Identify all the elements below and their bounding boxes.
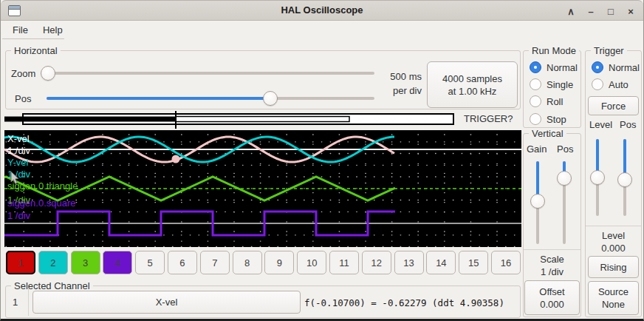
- trigger-mode-radio-normal[interactable]: [592, 61, 603, 73]
- run-mode-option-stop[interactable]: Stop: [530, 112, 566, 126]
- edge-button[interactable]: Rising: [588, 256, 639, 278]
- trigger-level-value: 0.000: [586, 243, 641, 254]
- slider-handle[interactable]: [590, 170, 605, 185]
- channel-button-13[interactable]: 13: [394, 251, 424, 274]
- samples-line1: 4000 samples: [442, 72, 502, 85]
- pos-label: Pos: [15, 93, 31, 104]
- run-mode-option-roll[interactable]: Roll: [530, 94, 563, 109]
- maximize-icon[interactable]: □: [604, 4, 617, 18]
- channel-button-14[interactable]: 14: [426, 251, 456, 274]
- trigger-mode-label: Auto: [609, 79, 628, 90]
- scope-display[interactable]: X-vel1 /divY-vel1 /divsiggen.0.triangle1…: [4, 130, 521, 247]
- horizontal-zoom-slider[interactable]: [41, 66, 374, 81]
- gain-label: Gain: [527, 143, 547, 155]
- samples-button[interactable]: 4000 samples at 1.00 kHz: [427, 61, 518, 108]
- menu-help[interactable]: Help: [35, 21, 70, 38]
- run-mode-label: Normal: [547, 62, 578, 73]
- channel-button-11[interactable]: 11: [329, 251, 359, 274]
- trigger-pos-slider-label: Pos: [620, 119, 636, 130]
- vertical-pos-slider[interactable]: [557, 161, 572, 244]
- title-bar[interactable]: HAL Oscilloscope ∧ – □ ×: [1, 0, 643, 21]
- trigger-pos-slider[interactable]: [617, 139, 632, 216]
- slider-handle[interactable]: [263, 91, 278, 106]
- channel-button-16[interactable]: 16: [491, 251, 521, 274]
- gain-slider[interactable]: [530, 161, 545, 244]
- trigger-mode-option-normal[interactable]: Normal: [592, 60, 640, 75]
- channel-button-10[interactable]: 10: [297, 251, 326, 274]
- mouse-cursor-icon: [10, 172, 21, 185]
- trigger-mode-radio-auto[interactable]: [592, 78, 603, 90]
- value-readout: f(-0.10700) = -0.62279 (ddt 4.90358): [304, 297, 504, 308]
- shade-icon[interactable]: ∧: [564, 4, 578, 18]
- horizontal-group-label: Horizontal: [11, 45, 61, 56]
- run-mode-label: Single: [547, 79, 573, 90]
- offset-label: Offset: [539, 285, 564, 298]
- slider-handle[interactable]: [530, 194, 545, 209]
- slider-track[interactable]: [41, 72, 374, 75]
- trace-point-marker: [172, 155, 180, 163]
- channel-button-15[interactable]: 15: [459, 251, 488, 274]
- zoom-label: Zoom: [11, 68, 35, 79]
- vertical-separator: [524, 249, 580, 250]
- run-mode-radio-roll[interactable]: [530, 95, 541, 107]
- selected-channel-number: 1: [13, 297, 18, 308]
- run-mode-option-normal[interactable]: Normal: [530, 60, 578, 75]
- minimize-icon[interactable]: –: [584, 4, 597, 18]
- scope-channel-name: Y-vel: [7, 157, 28, 168]
- slider-fill: [47, 97, 270, 100]
- channel-button-8[interactable]: 8: [233, 251, 262, 274]
- menubar-divider: [2, 38, 64, 39]
- run-mode-label: Roll: [547, 96, 563, 107]
- scope-channel-scale: 1 /div: [7, 145, 30, 156]
- run-mode-option-single[interactable]: Single: [530, 77, 573, 92]
- channel-name-label: X-vel: [156, 296, 178, 308]
- run-mode-radio-normal[interactable]: [530, 61, 541, 73]
- force-button[interactable]: Force: [588, 96, 639, 115]
- channel-button-row: 12345678910111213141516: [6, 251, 521, 274]
- channel-button-12[interactable]: 12: [362, 251, 391, 274]
- scope-channel-name: X-vel: [7, 133, 30, 144]
- window-title: HAL Oscilloscope: [1, 4, 643, 16]
- run-mode-radio-stop[interactable]: [530, 113, 541, 125]
- channel-button-6[interactable]: 6: [168, 251, 197, 274]
- source-value: None: [602, 298, 625, 311]
- scale-value: 1 /div: [524, 266, 580, 277]
- record-filled-bar: [4, 117, 176, 122]
- channel-button-2[interactable]: 2: [38, 251, 68, 274]
- trigger-status-label: TRIGGER?: [464, 113, 513, 124]
- run-mode-label: Stop: [547, 114, 566, 125]
- slider-handle[interactable]: [557, 171, 572, 186]
- close-icon[interactable]: ×: [624, 4, 637, 18]
- scope-channel-scale: 1 /div: [7, 210, 30, 221]
- edge-button-label: Rising: [600, 261, 626, 274]
- rate-line1: 500 ms: [374, 71, 422, 82]
- trigger-separator: [586, 226, 641, 226]
- channel-button-3[interactable]: 3: [71, 251, 100, 274]
- trigger-group-label: Trigger: [591, 45, 627, 56]
- channel-button-7[interactable]: 7: [200, 251, 230, 274]
- run-mode-radio-single[interactable]: [530, 78, 541, 90]
- record-window-rect: [176, 117, 349, 122]
- offset-value: 0.000: [540, 298, 564, 311]
- channel-button-1[interactable]: 1: [6, 251, 35, 274]
- channel-button-4[interactable]: 4: [103, 251, 132, 274]
- trigger-mode-option-auto[interactable]: Auto: [592, 77, 628, 92]
- slider-handle[interactable]: [41, 66, 55, 81]
- force-button-label: Force: [601, 100, 626, 112]
- slider-handle[interactable]: [617, 172, 632, 187]
- channel-button-9[interactable]: 9: [264, 251, 294, 274]
- run-mode-group-label: Run Mode: [529, 45, 579, 56]
- source-button[interactable]: Source None: [588, 281, 639, 315]
- scale-label: Scale: [524, 254, 580, 265]
- channel-name-button[interactable]: X-vel: [32, 291, 301, 314]
- vertical-group-label: Vertical: [529, 128, 566, 139]
- scope-canvas: [4, 130, 521, 247]
- horizontal-pos-slider[interactable]: [47, 91, 374, 106]
- hal-oscilloscope-window: { "window": {"title": "HAL Oscilloscope"…: [0, 0, 644, 321]
- offset-button[interactable]: Offset 0.000: [524, 280, 580, 315]
- channel-button-5[interactable]: 5: [135, 251, 165, 274]
- trigger-level-slider[interactable]: [590, 139, 605, 216]
- scope-grid: [6, 135, 515, 247]
- menu-file[interactable]: File: [5, 21, 35, 38]
- record-position-bar[interactable]: [4, 111, 521, 129]
